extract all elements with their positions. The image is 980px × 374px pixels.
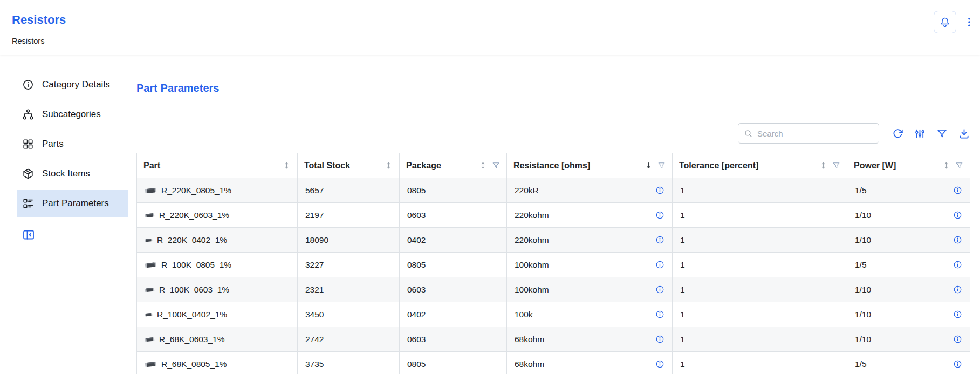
column-filter-icon[interactable] xyxy=(657,161,666,169)
topbar-left: Resistors Resistors xyxy=(12,13,66,45)
power-value: 1/10 xyxy=(855,335,871,344)
power-value: 1/10 xyxy=(855,235,871,245)
table-toolbar xyxy=(136,123,970,144)
part-name[interactable]: R_220K_0402_1% xyxy=(157,235,227,245)
info-circle-icon[interactable] xyxy=(655,186,664,195)
table-row[interactable]: R_68K_0805_1% 3735 0805 68kohm 1 1/5 xyxy=(137,352,970,374)
table-row[interactable]: R_220K_0603_1% 2197 0603 220kohm 1 1/10 xyxy=(137,203,970,228)
column-settings-button[interactable] xyxy=(913,127,926,140)
main-panel: Part Parameters Pa xyxy=(128,55,980,374)
info-circle-icon[interactable] xyxy=(953,186,962,195)
toolbar-buttons xyxy=(891,127,970,140)
sidebar-item-stock-items[interactable]: Stock Items xyxy=(17,160,128,187)
sidebar: Category Details Subcategories Parts Sto… xyxy=(0,55,128,374)
tolerance-cell: 1 xyxy=(673,253,847,277)
info-circle-icon[interactable] xyxy=(953,359,962,369)
info-circle-icon[interactable] xyxy=(655,260,664,269)
divider xyxy=(136,112,970,112)
part-cell: R_220K_0402_1% xyxy=(137,228,298,253)
info-circle-icon[interactable] xyxy=(953,210,962,220)
part-parameters-table: Part Total Stock Package Resistance [ohm… xyxy=(136,153,970,374)
tolerance-cell: 1 xyxy=(673,327,847,352)
total-stock-cell: 5657 xyxy=(298,178,400,203)
power-value: 1/10 xyxy=(855,285,871,295)
sidebar-item-parts[interactable]: Parts xyxy=(17,131,128,158)
column-header-package[interactable]: Package xyxy=(400,153,507,178)
info-circle-icon[interactable] xyxy=(953,235,962,244)
info-circle-icon[interactable] xyxy=(655,285,664,294)
search-icon xyxy=(744,129,753,138)
part-name[interactable]: R_100K_0402_1% xyxy=(157,310,227,319)
resistance-value: 220kR xyxy=(515,186,539,195)
table-row[interactable]: R_100K_0402_1% 3450 0402 100k 1 1/10 xyxy=(137,302,970,327)
table-row[interactable]: R_220K_0402_1% 18090 0402 220kohm 1 1/10 xyxy=(137,228,970,253)
topbar: Resistors Resistors xyxy=(0,0,980,55)
resistance-value: 100kohm xyxy=(515,260,549,270)
info-circle-icon[interactable] xyxy=(655,235,664,244)
column-header-power-w[interactable]: Power [W] xyxy=(847,153,970,178)
column-filter-icon[interactable] xyxy=(492,161,500,169)
package-cell: 0402 xyxy=(400,228,507,253)
column-label: Part xyxy=(143,161,160,171)
part-cell: R_220K_0805_1% xyxy=(137,178,298,203)
part-cell: R_100K_0603_1% xyxy=(137,277,298,302)
table-row[interactable]: R_100K_0603_1% 2321 0603 100kohm 1 1/10 xyxy=(137,277,970,302)
info-circle-icon[interactable] xyxy=(953,285,962,294)
refresh-button[interactable] xyxy=(891,127,904,140)
filter-button[interactable] xyxy=(935,127,948,140)
overflow-menu-button[interactable] xyxy=(963,11,976,33)
table-row[interactable]: R_100K_0805_1% 3227 0805 100kohm 1 1/5 xyxy=(137,253,970,277)
power-value: 1/10 xyxy=(855,210,871,220)
search-input[interactable] xyxy=(757,129,873,138)
resistance-cell: 100k xyxy=(507,302,673,327)
part-name[interactable]: R_220K_0603_1% xyxy=(159,210,229,220)
column-header-tolerance-percent[interactable]: Tolerance [percent] xyxy=(673,153,847,178)
resistance-cell: 100kohm xyxy=(507,253,673,277)
bell-icon xyxy=(939,16,951,28)
resistor-chip-icon xyxy=(145,286,155,294)
info-circle-icon[interactable] xyxy=(953,260,962,269)
column-header-resistance-ohms[interactable]: Resistance [ohms] xyxy=(507,153,673,178)
list-details-icon xyxy=(22,198,34,209)
collapse-sidebar-button[interactable] xyxy=(22,228,35,241)
part-name[interactable]: R_100K_0805_1% xyxy=(161,260,231,270)
info-circle-icon[interactable] xyxy=(953,335,962,344)
search-box xyxy=(738,123,879,144)
total-stock-cell: 3735 xyxy=(298,352,400,374)
part-cell: R_68K_0805_1% xyxy=(137,352,298,374)
breadcrumb[interactable]: Resistors xyxy=(12,37,66,45)
resistance-value: 220kohm xyxy=(515,235,549,245)
column-header-part[interactable]: Part xyxy=(137,153,298,178)
part-name[interactable]: R_68K_0603_1% xyxy=(159,335,225,344)
download-button[interactable] xyxy=(957,127,970,140)
part-name[interactable]: R_68K_0805_1% xyxy=(161,359,227,369)
resistance-value: 68kohm xyxy=(515,335,544,344)
total-stock-cell: 2197 xyxy=(298,203,400,228)
sidebar-item-part-parameters[interactable]: Part Parameters xyxy=(17,190,128,217)
info-circle-icon[interactable] xyxy=(655,335,664,344)
sidebar-item-subcategories[interactable]: Subcategories xyxy=(17,101,128,128)
column-filter-icon[interactable] xyxy=(955,161,963,169)
column-label: Tolerance [percent] xyxy=(679,161,758,171)
info-circle-icon[interactable] xyxy=(655,210,664,220)
power-cell: 1/10 xyxy=(847,277,970,302)
part-name[interactable]: R_220K_0805_1% xyxy=(161,186,231,195)
table-row[interactable]: R_220K_0805_1% 5657 0805 220kR 1 1/5 xyxy=(137,178,970,203)
resistor-chip-icon xyxy=(145,261,157,269)
info-circle-icon[interactable] xyxy=(953,310,962,319)
part-name[interactable]: R_100K_0603_1% xyxy=(159,285,229,295)
sidebar-item-category-details[interactable]: Category Details xyxy=(17,71,128,98)
app: Resistors Resistors Category Details Sub… xyxy=(0,0,980,374)
power-cell: 1/10 xyxy=(847,228,970,253)
info-circle-icon[interactable] xyxy=(655,359,664,369)
notifications-button[interactable] xyxy=(934,11,956,33)
table-body: R_220K_0805_1% 5657 0805 220kR 1 1/5 R_2… xyxy=(137,178,970,374)
column-filter-icon[interactable] xyxy=(832,161,840,169)
resistor-chip-icon xyxy=(145,336,155,343)
column-header-total-stock[interactable]: Total Stock xyxy=(298,153,400,178)
power-cell: 1/5 xyxy=(847,253,970,277)
hierarchy-icon xyxy=(22,108,34,120)
table-row[interactable]: R_68K_0603_1% 2742 0603 68kohm 1 1/10 xyxy=(137,327,970,352)
info-circle-icon[interactable] xyxy=(655,310,664,319)
filter-icon xyxy=(936,128,948,139)
